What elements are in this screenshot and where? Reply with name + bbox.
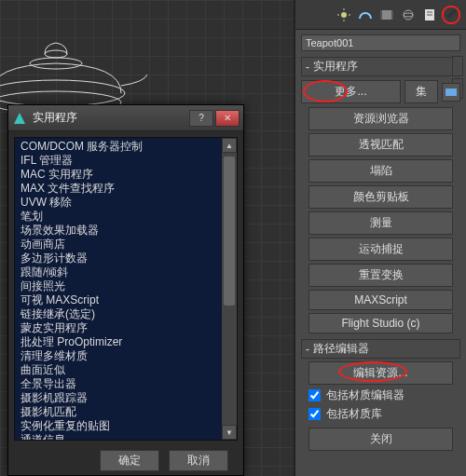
scrollbar[interactable]: ▲ ▼ bbox=[222, 138, 237, 440]
svg-point-4 bbox=[341, 12, 347, 18]
svg-point-13 bbox=[404, 13, 413, 17]
include-mat-editor-checkbox[interactable]: 包括材质编辑器 bbox=[308, 388, 453, 403]
globe-icon[interactable] bbox=[399, 6, 418, 24]
utility-button-7[interactable]: MAXScript bbox=[308, 290, 453, 310]
utility-button-1[interactable]: 透视匹配 bbox=[308, 133, 453, 156]
utility-button-6[interactable]: 重置变换 bbox=[308, 264, 453, 287]
cancel-button[interactable]: 取消 bbox=[169, 450, 228, 471]
utilities-list[interactable]: COM/DCOM 服务器控制IFL 管理器MAC 实用程序MAX 文件查找程序U… bbox=[15, 138, 237, 441]
utilities-dialog: 实用程序 ? ✕ COM/DCOM 服务器控制IFL 管理器MAC 实用程序MA… bbox=[7, 104, 244, 476]
list-item[interactable]: 跟随/倾斜 bbox=[17, 265, 235, 279]
list-item[interactable]: IFL 管理器 bbox=[17, 154, 235, 168]
list-item[interactable]: 全景导出器 bbox=[17, 377, 235, 391]
list-item[interactable]: 蒙皮实用程序 bbox=[17, 321, 235, 335]
utility-button-3[interactable]: 颜色剪贴板 bbox=[308, 185, 453, 209]
scroll-down-icon[interactable]: ▼ bbox=[222, 425, 237, 440]
sets-button[interactable]: 集 bbox=[404, 80, 438, 103]
list-item[interactable]: 实例化重复的贴图 bbox=[17, 419, 235, 433]
scroll-up-icon[interactable]: ▲ bbox=[222, 138, 237, 153]
utility-button-8[interactable]: Flight Studio (c) bbox=[308, 313, 453, 333]
sets-config-icon[interactable] bbox=[442, 83, 460, 102]
side-slot-1[interactable] bbox=[452, 56, 463, 76]
list-item[interactable]: 批处理 ProOptimizer bbox=[17, 335, 235, 349]
list-item[interactable]: 多边形计数器 bbox=[17, 252, 235, 265]
scroll-thumb[interactable] bbox=[224, 156, 235, 306]
list-item[interactable]: 可视 MAXScript bbox=[17, 293, 235, 307]
list-item[interactable]: 动画商店 bbox=[17, 238, 235, 252]
list-item[interactable]: 场景效果加载器 bbox=[17, 224, 235, 238]
list-item[interactable]: 通道信息 bbox=[17, 433, 235, 441]
close-icon[interactable]: ✕ bbox=[215, 110, 240, 127]
svg-rect-9 bbox=[382, 10, 391, 20]
include-mat-lib-checkbox[interactable]: 包括材质库 bbox=[308, 406, 453, 422]
utility-button-0[interactable]: 资源浏览器 bbox=[308, 107, 453, 130]
list-item[interactable]: 摄影机跟踪器 bbox=[17, 391, 235, 405]
edit-resources-button[interactable]: 编辑资源... bbox=[308, 361, 453, 385]
list-item[interactable]: 曲面近似 bbox=[17, 363, 235, 377]
script-icon[interactable] bbox=[420, 6, 439, 24]
command-toolbar bbox=[295, 0, 466, 30]
dialog-title: 实用程序 bbox=[33, 110, 184, 126]
hammer-icon[interactable] bbox=[442, 6, 460, 24]
list-item[interactable]: MAX 文件查找程序 bbox=[17, 182, 235, 196]
list-item[interactable]: UVW 移除 bbox=[17, 196, 235, 210]
object-name-input[interactable] bbox=[301, 34, 460, 51]
list-item[interactable]: 间接照光 bbox=[17, 279, 235, 293]
svg-rect-10 bbox=[380, 10, 382, 20]
app-logo-icon bbox=[12, 111, 27, 126]
svg-point-3 bbox=[45, 50, 67, 58]
list-item[interactable]: 清理多维材质 bbox=[17, 349, 235, 363]
utility-button-5[interactable]: 运动捕捉 bbox=[308, 238, 453, 261]
sun-icon[interactable] bbox=[335, 6, 353, 24]
list-item[interactable]: 链接继承(选定) bbox=[17, 307, 235, 321]
ok-button[interactable]: 确定 bbox=[100, 450, 159, 471]
list-item[interactable]: COM/DCOM 服务器控制 bbox=[17, 140, 235, 154]
utilities-rollout-head[interactable]: -实用程序 bbox=[301, 57, 460, 76]
path-editor-rollout-head[interactable]: -路径编辑器 bbox=[301, 339, 460, 359]
more-button[interactable]: 更多... bbox=[301, 80, 401, 103]
utility-button-2[interactable]: 塌陷 bbox=[308, 159, 453, 183]
svg-rect-11 bbox=[391, 10, 393, 20]
list-item[interactable]: 笔划 bbox=[17, 210, 235, 224]
film-icon[interactable] bbox=[377, 6, 396, 24]
list-item[interactable]: 摄影机匹配 bbox=[17, 405, 235, 419]
svg-point-12 bbox=[404, 10, 413, 20]
utility-button-4[interactable]: 测量 bbox=[308, 211, 453, 235]
list-item[interactable]: MAC 实用程序 bbox=[17, 168, 235, 182]
close-button[interactable]: 关闭 bbox=[308, 428, 453, 451]
help-button[interactable]: ? bbox=[189, 110, 213, 127]
rainbow-icon[interactable] bbox=[356, 6, 375, 24]
